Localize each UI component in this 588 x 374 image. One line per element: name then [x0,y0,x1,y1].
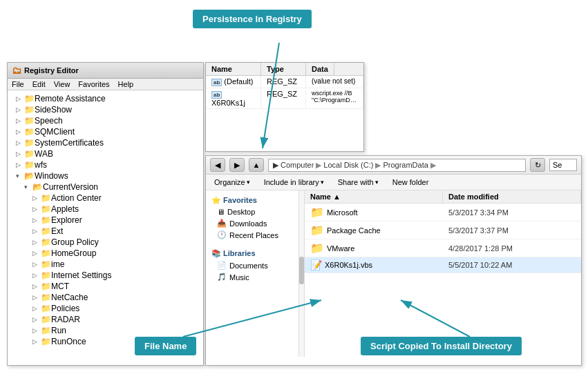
explorer-left-panel: ⭐ Favorites 🖥 Desktop 📥 Downloads 🕐 Rece… [206,190,299,357]
col-name-header[interactable]: Name ▲ [305,190,443,203]
tree-item-remote-assistance[interactable]: ▷ 📁 Remote Assistance [8,93,203,104]
tree-item-currentversion[interactable]: ▾ 📂 CurrentVersion [8,181,203,193]
col-date-header[interactable]: Date modified [443,190,581,203]
search-box[interactable]: Se [549,159,577,171]
registry-tree[interactable]: ▷ 📁 Remote Assistance ▷ 📁 SideShow ▷ 📁 S… [8,90,203,360]
tree-item-windows[interactable]: ▾ 📂 Windows [8,170,203,181]
organize-button[interactable]: Organize ▾ [210,177,254,188]
tree-item-wab[interactable]: ▷ 📁 WAB [8,148,203,159]
left-item-recent-places[interactable]: 🕐 Recent Places [206,229,298,241]
tree-item-applets[interactable]: ▷ 📁 Applets [8,204,203,215]
tree-item-group-policy[interactable]: ▷ 📁 Group Policy [8,237,203,248]
tree-item-radar[interactable]: ▷ 📁 RADAR [8,314,203,325]
persistence-annotation: Persistence In Registry [193,10,312,28]
row-default-type: REG_SZ [261,76,306,88]
file-list-header: Name ▲ Date modified [305,190,581,204]
row-default-name: ab(Default) [206,76,261,88]
tree-item-action-center[interactable]: ▷ 📁 Action Center [8,193,203,204]
tree-item-explorer[interactable]: ▷ 📁 Explorer [8,215,203,226]
file-row-x6r0ks1j[interactable]: 📝 X6R0Ks1j.vbs 5/5/2017 10:22 AM [305,257,581,273]
tree-item-speech[interactable]: ▷ 📁 Speech [8,115,203,126]
menu-edit[interactable]: Edit [32,80,46,88]
tree-item-sqmclient[interactable]: ▷ 📁 SQMClient [8,126,203,137]
up-button[interactable]: ▲ [249,158,264,172]
row-x6r0-data: wscript.exe //B "C:\ProgramData\X6R0Ks1j… [306,88,363,108]
menu-favorites[interactable]: Favorites [78,80,109,88]
filename-annotation: File Name [135,337,196,355]
libraries-header: 📚 Libraries [206,246,298,259]
registry-data-header: Name Type Data [206,63,363,76]
col-name: Name [206,63,261,75]
back-button[interactable]: ◀ [210,158,225,172]
registry-editor-titlebar: 🗂 Registry Editor [8,63,203,79]
tree-item-internet-settings[interactable]: ▷ 📁 Internet Settings [8,270,203,281]
file-date-package-cache: 5/3/2017 3:37 PM [443,224,581,237]
menu-help[interactable]: Help [118,80,134,88]
registry-editor-window: 🗂 Registry Editor File Edit View Favorit… [7,62,204,366]
registry-data-panel: Name Type Data ab(Default) REG_SZ (value… [205,62,364,152]
explorer-toolbar: ◀ ▶ ▲ ▶ Computer ▶ Local Disk (C:) ▶ Pro… [206,156,581,175]
registry-row-default[interactable]: ab(Default) REG_SZ (value not set) [206,76,363,88]
row-x6r0-type: REG_SZ [261,88,306,108]
tree-item-netcache[interactable]: ▷ 📁 NetCache [8,292,203,303]
file-name-microsoft: 📁 Microsoft [305,204,443,221]
new-folder-button[interactable]: New folder [388,177,433,188]
favorites-header: ⭐ Favorites [206,193,298,206]
address-bar[interactable]: ▶ Computer ▶ Local Disk (C:) ▶ ProgramDa… [268,159,526,172]
file-row-vmware[interactable]: 📁 VMware 4/28/2017 1:28 PM [305,239,581,257]
left-item-documents[interactable]: 📄 Documents [206,259,298,271]
row-x6r0-name: abX6R0Ks1j [206,88,261,108]
tree-item-ime[interactable]: ▷ 📁 ime [8,259,203,270]
address-localdisk[interactable]: Local Disk (C:) [323,161,373,169]
tree-item-homegroup[interactable]: ▷ 📁 HomeGroup [8,248,203,259]
file-name-package-cache: 📁 Package Cache [305,222,443,239]
tree-item-systemcerts[interactable]: ▷ 📁 SystemCertificates [8,137,203,148]
menu-file[interactable]: File [12,80,24,88]
tree-item-policies[interactable]: ▷ 📁 Policies [8,303,203,314]
script-copied-annotation: Script Copied To Install Directory [361,337,522,355]
registry-editor-title: Registry Editor [24,66,79,75]
address-computer[interactable]: Computer [281,161,314,169]
tree-item-ext[interactable]: ▷ 📁 Ext [8,226,203,237]
left-item-music[interactable]: 🎵 Music [206,271,298,283]
tree-item-sideshow[interactable]: ▷ 📁 SideShow [8,104,203,115]
registry-editor-icon: 🗂 [12,65,21,76]
forward-button[interactable]: ▶ [229,158,245,172]
row-default-data: (value not set) [306,76,363,88]
col-data: Data [306,63,334,75]
file-name-vmware: 📁 VMware [305,239,443,257]
tree-item-wfs[interactable]: ▷ 📁 wfs [8,159,203,170]
address-programdata[interactable]: ProgramData [383,161,428,169]
file-row-package-cache[interactable]: 📁 Package Cache 5/3/2017 3:37 PM [305,222,581,239]
file-date-microsoft: 5/3/2017 3:34 PM [443,206,581,219]
menu-view[interactable]: View [54,80,70,88]
file-date-vmware: 4/28/2017 1:28 PM [443,242,581,255]
registry-row-x6r0ks1j[interactable]: abX6R0Ks1j REG_SZ wscript.exe //B "C:\Pr… [206,88,363,109]
tree-item-mct[interactable]: ▷ 📁 MCT [8,281,203,292]
left-item-downloads[interactable]: 📥 Downloads [206,217,298,229]
file-name-x6r0ks1j: 📝 X6R0Ks1j.vbs [305,257,443,273]
registry-editor-menubar[interactable]: File Edit View Favorites Help [8,79,203,90]
file-row-microsoft[interactable]: 📁 Microsoft 5/3/2017 3:34 PM [305,204,581,222]
left-item-desktop[interactable]: 🖥 Desktop [206,206,298,217]
file-date-x6r0ks1j: 5/5/2017 10:22 AM [443,259,581,271]
explorer-content: ⭐ Favorites 🖥 Desktop 📥 Downloads 🕐 Rece… [206,190,581,357]
address-arrow: ▶ [273,161,278,170]
share-with-button[interactable]: Share with ▾ [334,177,383,188]
include-in-library-button[interactable]: Include in library ▾ [260,177,328,188]
explorer-main-panel: Name ▲ Date modified 📁 Microsoft 5/3/201… [305,190,581,357]
explorer-ribbon: Organize ▾ Include in library ▾ Share wi… [206,175,581,190]
tree-item-run[interactable]: ▷ 📁 Run [8,325,203,336]
col-type: Type [261,63,306,75]
file-explorer-window: ◀ ▶ ▲ ▶ Computer ▶ Local Disk (C:) ▶ Pro… [205,155,582,366]
refresh-button[interactable]: ↻ [530,158,545,172]
